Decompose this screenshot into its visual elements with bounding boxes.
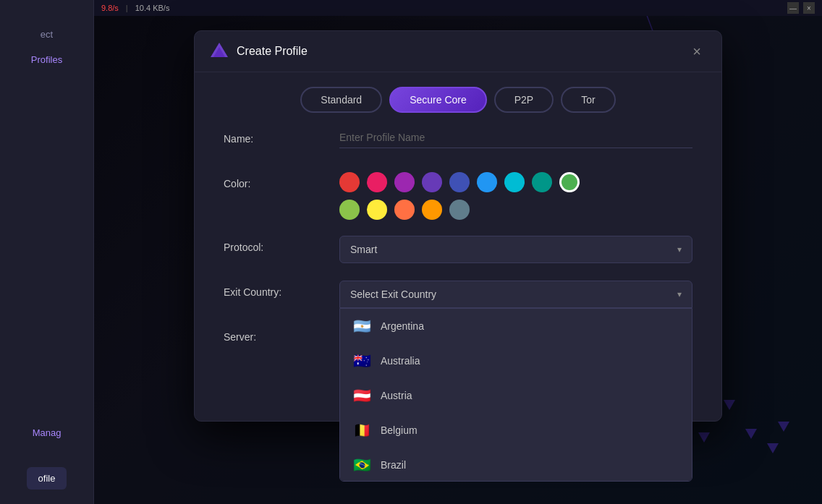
speed-separator: | (126, 4, 128, 12)
country-name: Argentina (381, 320, 424, 332)
country-item-austria[interactable]: 🇦🇹Austria (340, 378, 692, 413)
exit-country-row: Exit Country: Select Exit Country ▾ 🇦🇷Ar… (224, 281, 692, 309)
chevron-down-icon: ▾ (677, 289, 682, 299)
country-item-australia[interactable]: 🇦🇺Australia (340, 343, 692, 378)
tab-tor[interactable]: Tor (561, 87, 615, 113)
sidebar: ect Profiles Manag ofile (0, 0, 94, 504)
color-dot-11[interactable] (394, 200, 415, 220)
upload-speed: 10.4 KB/s (135, 4, 170, 12)
country-flag: 🇧🇷 (352, 456, 372, 474)
color-dot-3[interactable] (422, 172, 442, 192)
tab-secure-core[interactable]: Secure Core (389, 87, 487, 113)
dialog-title: Create Profile (237, 45, 679, 58)
sidebar-item-profiles[interactable]: Profiles (31, 54, 62, 65)
country-name: Austria (381, 390, 412, 401)
sidebar-manage[interactable]: Manag (33, 427, 62, 438)
color-dot-2[interactable] (394, 172, 415, 192)
color-control (339, 172, 692, 220)
name-input[interactable] (339, 127, 692, 148)
color-row: Color: (224, 172, 692, 220)
color-dot-4[interactable] (449, 172, 470, 192)
exit-country-dropdown[interactable]: Select Exit Country ▾ (339, 281, 692, 308)
country-item-argentina[interactable]: 🇦🇷Argentina (340, 309, 692, 343)
color-dot-0[interactable] (339, 172, 360, 192)
download-speed: 9.8/s (101, 4, 119, 12)
window-controls: — × (787, 2, 815, 14)
color-dot-1[interactable] (367, 172, 387, 192)
color-dot-9[interactable] (339, 200, 360, 220)
country-name: Australia (381, 355, 420, 367)
tab-p2p[interactable]: P2P (494, 87, 554, 113)
modal-overlay: Create Profile × Standard Secure Core P2… (94, 16, 822, 504)
create-profile-dialog: Create Profile × Standard Secure Core P2… (194, 30, 722, 422)
country-item-brazil[interactable]: 🇧🇷Brazil (340, 448, 692, 482)
country-flag: 🇦🇺 (352, 352, 372, 370)
country-name: Brazil (381, 459, 406, 471)
protocol-row: Protocol: Smart ▾ (224, 236, 692, 265)
chevron-down-icon: ▾ (677, 244, 682, 255)
name-row: Name: (224, 127, 692, 156)
exit-country-label: Exit Country: (224, 281, 339, 298)
name-control (339, 127, 692, 148)
color-dot-10[interactable] (367, 200, 387, 220)
exit-country-wrapper: Select Exit Country ▾ 🇦🇷Argentina🇦🇺Austr… (339, 281, 692, 308)
dialog-close-button[interactable]: × (687, 41, 707, 61)
sidebar-item-connect[interactable]: ect (41, 29, 53, 40)
color-dot-12[interactable] (422, 200, 442, 220)
country-flag: 🇦🇷 (352, 317, 372, 335)
country-name: Belgium (381, 424, 418, 436)
color-dot-6[interactable] (504, 172, 525, 192)
country-flag: 🇦🇹 (352, 387, 372, 404)
server-label: Server: (224, 325, 339, 343)
dialog-header: Create Profile × (195, 31, 721, 72)
exit-country-placeholder: Select Exit Country (350, 289, 436, 300)
country-item-belgium[interactable]: 🇧🇪Belgium (340, 413, 692, 448)
tab-standard[interactable]: Standard (300, 87, 382, 113)
tab-row: Standard Secure Core P2P Tor (195, 72, 721, 120)
protocol-dropdown[interactable]: Smart ▾ (339, 236, 692, 263)
sidebar-profile-button[interactable]: ofile (27, 467, 67, 490)
color-dot-7[interactable] (532, 172, 552, 192)
close-button[interactable]: × (803, 2, 815, 14)
name-label: Name: (224, 127, 339, 145)
color-dot-13[interactable] (449, 200, 470, 220)
color-label: Color: (224, 172, 339, 189)
protocol-label: Protocol: (224, 236, 339, 253)
protocol-control: Smart ▾ (339, 236, 692, 263)
protocol-value: Smart (350, 244, 377, 255)
topbar: 9.8/s | 10.4 KB/s — × (94, 0, 822, 16)
color-palette (339, 172, 585, 220)
protonvpn-logo (209, 41, 229, 61)
form-body: Name: Color: Protocol: Smart ▾ (195, 120, 721, 369)
country-list: 🇦🇷Argentina🇦🇺Australia🇦🇹Austria🇧🇪Belgium… (339, 308, 692, 482)
country-flag: 🇧🇪 (352, 422, 372, 439)
color-dot-5[interactable] (477, 172, 497, 192)
minimize-button[interactable]: — (787, 2, 799, 14)
color-dot-8[interactable] (559, 172, 580, 192)
